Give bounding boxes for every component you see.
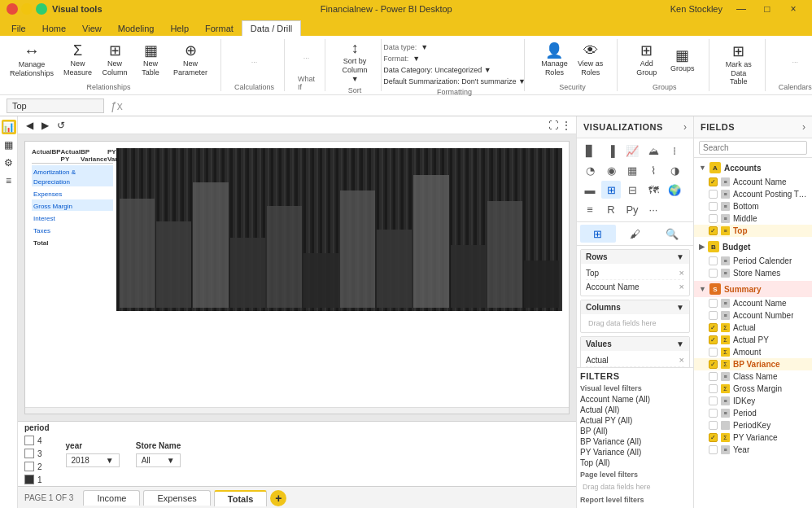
formula-input[interactable] (129, 101, 805, 111)
close-icon[interactable] (7, 3, 18, 15)
period-checkbox[interactable] (709, 409, 718, 418)
account-number-checkbox[interactable] (709, 311, 718, 320)
periodkey-checkbox[interactable] (709, 421, 718, 430)
field-item-store-names[interactable]: ≡ Store Names (694, 267, 812, 279)
filter-actual-py[interactable]: Actual PY (All) (580, 415, 690, 426)
viz-icon-gauge[interactable]: ◑ (665, 161, 684, 179)
field-item-actual-py[interactable]: ✓ Σ Actual PY (694, 334, 812, 346)
viz-icon-map[interactable]: 🗺 (644, 181, 663, 199)
field-item-top[interactable]: ✓ ≡ Top (694, 225, 812, 237)
ribbon-tab-home[interactable]: Home (34, 21, 74, 36)
viz-config-format-tab[interactable]: 🖌 (618, 225, 653, 243)
year-dropdown[interactable]: 2018 ▼ (66, 453, 120, 467)
actual-py-checkbox[interactable]: ✓ (709, 335, 718, 344)
ribbon-tab-view[interactable]: View (74, 21, 110, 36)
filter-actual[interactable]: Actual (All) (580, 405, 690, 415)
row-label-expenses[interactable]: Expenses (33, 190, 62, 198)
idkey-checkbox[interactable] (709, 396, 718, 405)
account-name-checkbox[interactable]: ✓ (709, 177, 718, 186)
default-summarization-dropdown[interactable]: Default Summarization: Don't summarize ▼ (381, 77, 528, 86)
table-row-total[interactable]: Total (32, 236, 113, 247)
account-posting-checkbox[interactable] (709, 190, 718, 199)
filter-bp-variance[interactable]: BP Variance (All) (580, 436, 690, 447)
filter-py-variance[interactable]: PY Variance (All) (580, 447, 690, 458)
row-label-interest[interactable]: Interest (33, 215, 55, 222)
format-dropdown[interactable]: Format: ▼ (381, 54, 422, 64)
data-type-dropdown[interactable]: Data type: ▼ (381, 42, 430, 52)
left-icon-data[interactable]: ▦ (2, 138, 16, 152)
fields-panel-expand-btn[interactable]: › (802, 121, 805, 133)
actual-checkbox[interactable]: ✓ (709, 323, 718, 332)
viz-icon-filled-map[interactable]: 🌍 (665, 181, 684, 199)
field-item-amount[interactable]: Σ Amount (694, 346, 812, 358)
viz-icon-table[interactable]: ⊞ (601, 181, 621, 199)
table-row-interest[interactable]: Interest (32, 212, 113, 223)
gross-margin-checkbox[interactable] (709, 384, 718, 393)
minimize-btn[interactable]: — (729, 0, 753, 18)
viz-config-analytics-tab[interactable]: 🔍 (654, 225, 690, 243)
ribbon-tab-datadrill[interactable]: Data / Drill (242, 20, 301, 36)
field-item-py-variance[interactable]: ✓ Σ PY Variance (694, 431, 812, 444)
field-item-year[interactable]: ≡ Year (694, 444, 812, 456)
add-data-table-btn[interactable]: ⊞ Mark asData Table (723, 42, 755, 88)
year-checkbox[interactable] (709, 445, 718, 454)
maximize-icon[interactable] (36, 3, 47, 15)
row-label-amortization[interactable]: Amortization & Depreciation (33, 169, 76, 186)
bp-variance-checkbox[interactable]: ✓ (709, 360, 718, 369)
nav-forward-btn[interactable]: ▶ (38, 119, 52, 132)
page-tab-totals[interactable]: Totals (214, 490, 268, 506)
py-variance-checkbox[interactable]: ✓ (709, 433, 718, 442)
period-calender-checkbox[interactable] (709, 256, 718, 265)
row-label-total[interactable]: Total (33, 239, 49, 247)
viz-icon-scatter[interactable]: ⁞ (665, 142, 684, 160)
field-item-period-calender[interactable]: ≡ Period Calender (694, 255, 812, 267)
table-row-expenses[interactable]: Expenses (32, 187, 113, 199)
new-measure-btn[interactable]: Σ NewMeasure (60, 42, 95, 79)
field-group-budget-header[interactable]: ▶ B Budget (694, 239, 812, 255)
field-item-actual[interactable]: ✓ Σ Actual (694, 322, 812, 334)
nav-back-btn[interactable]: ◀ (23, 119, 37, 132)
viz-rows-header[interactable]: Rows ▼ (581, 250, 689, 264)
field-item-account-number[interactable]: ≡ Account Number (694, 309, 812, 322)
field-item-middle[interactable]: ≡ Middle (694, 212, 812, 225)
viz-icon-funnel[interactable]: ⌇ (644, 161, 663, 179)
close-btn[interactable]: × (781, 0, 805, 18)
field-item-class-name[interactable]: ≡ Class Name (694, 370, 812, 383)
field-group-accounts-header[interactable]: ▼ A Accounts (694, 160, 812, 176)
viz-icon-bar[interactable]: ▊ (580, 142, 600, 160)
field-item-gross-margin[interactable]: Σ Gross Margin (694, 383, 812, 395)
viz-config-fields-tab[interactable]: ⊞ (580, 225, 616, 243)
filter-account-name[interactable]: Account Name (All) (580, 394, 690, 405)
new-table-btn[interactable]: ▦ NewTable (134, 42, 167, 79)
remove-account-name-btn[interactable]: × (679, 282, 684, 291)
field-item-account-name[interactable]: ✓ ≡ Account Name (694, 176, 812, 188)
viz-panel-expand-btn[interactable]: › (683, 121, 687, 133)
row-label-gross-margin[interactable]: Gross Margin (33, 203, 72, 210)
slide-hscroll[interactable] (25, 407, 569, 414)
new-parameter-btn[interactable]: ⊕ NewParameter (170, 42, 211, 79)
amount-checkbox[interactable] (709, 348, 718, 357)
viz-icon-r[interactable]: R (601, 200, 621, 218)
field-item-bp-variance[interactable]: ✓ Σ BP Variance (694, 358, 812, 370)
viz-columns-header[interactable]: Columns ▼ (581, 300, 689, 314)
field-group-summary-header[interactable]: ▼ S Summary (694, 281, 812, 297)
viz-icon-line[interactable]: 📈 (622, 142, 642, 160)
bottom-checkbox[interactable] (709, 202, 718, 211)
filter-bp[interactable]: BP (All) (580, 426, 690, 436)
viz-icon-py[interactable]: Py (622, 200, 642, 218)
row-label-taxes[interactable]: Taxes (33, 227, 50, 234)
field-item-summary-account-name[interactable]: ≡ Account Name (694, 297, 812, 309)
middle-checkbox[interactable] (709, 214, 718, 223)
data-category-dropdown[interactable]: Data Category: Uncategorized ▼ (381, 65, 493, 75)
ribbon-tab-file[interactable]: File (3, 21, 34, 36)
manage-roles-btn[interactable]: 👤 ManageRoles (538, 42, 571, 79)
focus-mode-btn[interactable]: ⛶ (548, 120, 558, 131)
viz-icon-area[interactable]: ⛰ (644, 142, 663, 160)
visual-options-btn[interactable]: ⋮ (561, 120, 571, 131)
minimize-icon[interactable] (21, 3, 33, 15)
store-names-checkbox[interactable] (709, 269, 718, 278)
ribbon-tab-modeling[interactable]: Modeling (110, 21, 163, 36)
groups-btn[interactable]: ▦ Groups (666, 46, 699, 75)
page-tab-expenses[interactable]: Expenses (143, 490, 210, 506)
remove-actual-btn[interactable]: × (679, 355, 684, 365)
